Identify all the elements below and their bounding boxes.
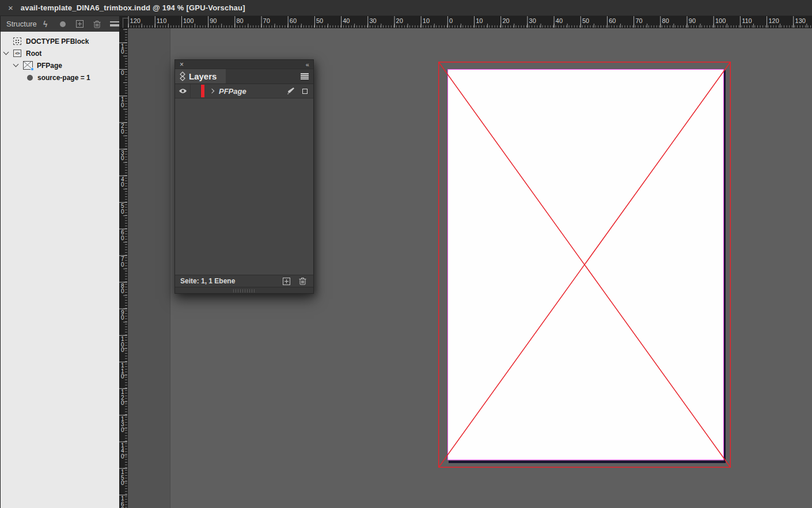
ruler-label-h: 110 bbox=[742, 17, 752, 24]
new-layer-icon[interactable] bbox=[283, 278, 290, 285]
scratch-area bbox=[128, 28, 170, 508]
ruler-label-v: 150 bbox=[121, 469, 124, 486]
document-tab-bar: × avail-template_DINA6_trimbox.indd @ 19… bbox=[0, 0, 812, 16]
ruler-label-v: 110 bbox=[121, 363, 124, 380]
close-document-icon[interactable]: × bbox=[8, 3, 13, 12]
ruler-label-h: 110 bbox=[157, 17, 167, 24]
ruler-label-v: 80 bbox=[121, 283, 124, 294]
ruler-label-v: 30 bbox=[121, 150, 124, 161]
ruler-label-v: 10 bbox=[121, 44, 124, 55]
ruler-label-h: 120 bbox=[768, 17, 779, 24]
layer-color-bar bbox=[201, 85, 204, 97]
ruler-label-v: 50 bbox=[121, 203, 124, 214]
ruler-label-h: 0 bbox=[449, 17, 453, 24]
chevron-down-icon[interactable] bbox=[3, 50, 9, 55]
panel-resize-grip[interactable] bbox=[175, 287, 313, 293]
element-icon bbox=[13, 50, 21, 57]
tree-item-source-page[interactable]: source-page = 1 bbox=[1, 71, 119, 84]
ruler-label-v: 40 bbox=[121, 177, 124, 188]
tree-item-label: DOCTYPE PFBlock bbox=[26, 37, 89, 46]
pageframe-icon bbox=[23, 61, 33, 70]
ruler-label-v: 0 bbox=[121, 70, 124, 76]
layers-list-empty-area[interactable] bbox=[175, 98, 313, 275]
placeholder-frame[interactable] bbox=[438, 62, 731, 468]
ruler-label-v: 100 bbox=[121, 336, 124, 353]
ruler-label-v: 130 bbox=[121, 416, 124, 433]
ruler-label-h: 80 bbox=[662, 17, 669, 24]
tab-layers[interactable]: Layers bbox=[175, 69, 226, 84]
structure-tree: DOCTYPE PFBlockRootPFPagesource-page = 1 bbox=[1, 32, 119, 84]
ruler-label-v: 70 bbox=[121, 256, 124, 267]
structure-panel-header: Structure ϟ bbox=[1, 16, 119, 32]
ruler-label-h: 100 bbox=[183, 17, 193, 24]
validate-lightning-icon[interactable]: ϟ bbox=[37, 20, 54, 29]
ruler-label-v: 140 bbox=[121, 443, 124, 460]
tree-item-label: Root bbox=[26, 50, 41, 58]
layers-tab-row: Layers bbox=[175, 69, 313, 84]
bullet-icon bbox=[27, 75, 33, 81]
tree-item-pfpage[interactable]: PFPage bbox=[1, 59, 119, 71]
chevron-down-icon[interactable] bbox=[13, 62, 19, 67]
ruler-label-h: 30 bbox=[529, 17, 536, 24]
ruler-label-v: 60 bbox=[121, 230, 124, 241]
vertical-ruler[interactable]: 2010010203040506070809010011012013014015… bbox=[119, 28, 128, 508]
ruler-label-h: 40 bbox=[556, 17, 563, 24]
layer-name[interactable]: PFPage bbox=[219, 87, 246, 96]
ruler-label-h: 130 bbox=[795, 17, 806, 24]
structure-panel: Structure ϟ DOCTYPE PFBlockRootPFPagesou… bbox=[0, 16, 119, 508]
ruler-label-h: 120 bbox=[130, 17, 141, 24]
ruler-label-v: 20 bbox=[121, 123, 124, 134]
ruler-label-v: 120 bbox=[121, 389, 124, 406]
document-title[interactable]: avail-template_DINA6_trimbox.indd @ 194 … bbox=[21, 3, 245, 12]
ruler-label-h: 50 bbox=[582, 17, 589, 24]
delete-trash-icon[interactable] bbox=[89, 20, 106, 28]
layer-lock-cell[interactable] bbox=[191, 84, 201, 98]
tree-item-label: source-page = 1 bbox=[37, 74, 90, 82]
ruler-label-h: 80 bbox=[236, 17, 243, 24]
tree-item-doctype[interactable]: DOCTYPE PFBlock bbox=[1, 35, 119, 47]
ruler-label-h: 60 bbox=[609, 17, 616, 24]
record-circle-icon[interactable] bbox=[54, 21, 71, 27]
layers-panel: × ‹‹ Layers PFPage Seite: 1, 1 Ebene bbox=[174, 59, 314, 294]
ruler-label-v: 160 bbox=[121, 496, 124, 508]
layer-target-square[interactable] bbox=[302, 89, 308, 94]
layers-panel-titlebar[interactable]: × ‹‹ bbox=[175, 60, 313, 69]
ruler-label-v: 10 bbox=[121, 97, 124, 108]
layer-pen-icon[interactable] bbox=[287, 87, 295, 95]
layer-row-pfpage[interactable]: PFPage bbox=[175, 84, 313, 98]
ruler-label-h: 100 bbox=[715, 17, 726, 24]
ruler-label-h: 10 bbox=[423, 17, 430, 24]
layer-expand-chevron-icon[interactable] bbox=[210, 89, 214, 93]
tree-item-root[interactable]: Root bbox=[1, 47, 119, 59]
panel-cycle-icon bbox=[180, 71, 185, 81]
add-element-icon[interactable] bbox=[71, 20, 89, 28]
ruler-label-h: 70 bbox=[635, 17, 642, 24]
close-panel-icon[interactable]: × bbox=[180, 62, 184, 67]
layers-footer: Seite: 1, 1 Ebene bbox=[175, 275, 313, 287]
layers-menu-icon[interactable] bbox=[301, 69, 309, 84]
ruler-label-h: 90 bbox=[210, 17, 217, 24]
structure-panel-title: Structure bbox=[6, 20, 37, 28]
ruler-label-h: 50 bbox=[316, 17, 323, 24]
layer-visibility-eye-icon[interactable] bbox=[175, 84, 191, 98]
ruler-label-h: 20 bbox=[502, 17, 509, 24]
ruler-label-h: 30 bbox=[369, 17, 376, 24]
ruler-label-h: 60 bbox=[290, 17, 297, 24]
collapse-panel-icon[interactable]: ‹‹ bbox=[306, 62, 309, 67]
loaded-marker-dot bbox=[31, 67, 34, 71]
tree-item-label: PFPage bbox=[37, 62, 62, 70]
horizontal-ruler[interactable]: 1201101009080706050403020100102030405060… bbox=[119, 16, 812, 28]
layers-status-text: Seite: 1, 1 Ebene bbox=[180, 277, 235, 285]
ruler-label-h: 90 bbox=[689, 17, 696, 24]
ruler-label-h: 70 bbox=[263, 17, 270, 24]
ruler-label-h: 20 bbox=[396, 17, 403, 24]
layers-tab-label: Layers bbox=[189, 71, 217, 81]
delete-layer-trash-icon[interactable] bbox=[299, 277, 306, 285]
structure-menu-icon[interactable] bbox=[106, 21, 123, 26]
ruler-label-h: 10 bbox=[476, 17, 483, 24]
ruler-label-h: 40 bbox=[343, 17, 350, 24]
ruler-label-v: 90 bbox=[121, 310, 124, 321]
doctype-icon bbox=[13, 37, 21, 45]
